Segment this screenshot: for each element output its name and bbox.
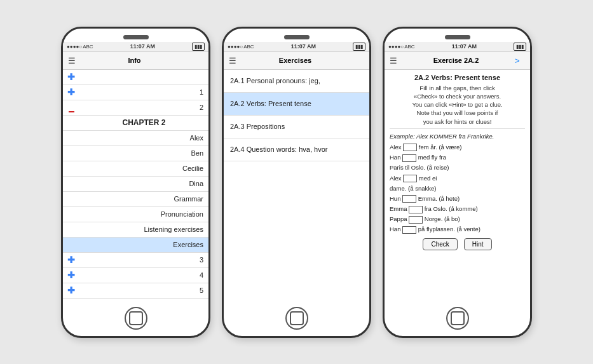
phone-3-signal: ●●●●○ ABC [388,44,415,50]
exercise-title: 2A.2 Verbs: Present tense [390,74,525,81]
phone-1-signal: ●●●●○ ABC [67,44,93,50]
exercise-row-5: dame. (å snakke) [390,184,525,193]
phone-2-screen: ●●●●○ ABC 11:07 AM ▮▮▮ ☰ Exercises 2A.1 … [224,42,369,302]
phone-2-home-button[interactable] [285,307,308,330]
toc-row-2[interactable]: ⎯ 2 [63,100,208,116]
fill-box-2[interactable] [402,154,416,162]
phone-2-time: 11:07 AM [291,43,316,50]
phone-1-toc-list: ✚ ✚ 1 ⎯ 2 CHAPTER 2 [63,70,208,302]
phone-2-hamburger-icon[interactable]: ☰ [229,56,236,65]
toc-add-icon-3[interactable]: ✚ [63,255,79,265]
exercise-buttons: Check Hint [390,238,525,250]
toc-row-listening[interactable]: Listening exercises [63,222,208,238]
toc-row-3[interactable]: ✚ 3 [63,253,208,268]
phone-1-battery: ▮▮▮ [192,43,205,51]
exercise-item-2a4[interactable]: 2A.4 Question words: hva, hvor [224,138,369,161]
phone-1-speaker [123,35,149,39]
exercise-instructions: Fill in all the gaps, then click «Check»… [390,84,525,129]
fill-box-4[interactable] [402,195,416,203]
toc-minus-icon-2[interactable]: ⎯ [63,102,79,112]
phone-3: ●●●●○ ABC 11:07 AM ▮▮▮ ☰ Exercise 2A.2 >… [383,27,532,338]
phone-1-home-button[interactable] [125,307,147,330]
toc-row-4[interactable]: ✚ 4 [63,268,208,283]
phone-2-status-bar: ●●●●○ ABC 11:07 AM ▮▮▮ [224,42,369,52]
phone-1-nav-bar: ☰ Info [63,52,208,70]
phone-1: ●●●●○ ABC 11:07 AM ▮▮▮ ☰ Info ✚ [61,27,210,338]
exercise-row-1: Alex fem år. (å være) [390,142,525,152]
exercise-item-2a2[interactable]: 2A.2 Verbs: Present tense [224,93,369,116]
toc-row-1[interactable]: ✚ 1 [63,85,208,100]
phone-3-exercise-detail: 2A.2 Verbs: Present tense Fill in all th… [385,70,530,302]
phone-3-nav-bar: ☰ Exercise 2A.2 > [385,52,530,70]
fill-box-1[interactable] [403,144,417,151]
phone-1-status-bar: ●●●●○ ABC 11:07 AM ▮▮▮ [63,42,208,52]
toc-chapter-2-header: CHAPTER 2 [63,116,208,131]
toc-row-alex[interactable]: Alex [63,131,208,146]
phone-2-nav-bar: ☰ Exercises [224,52,369,70]
phone-1-screen: ●●●●○ ABC 11:07 AM ▮▮▮ ☰ Info ✚ [63,42,208,302]
exercise-item-2a1[interactable]: 2A.1 Personal pronouns: jeg, [224,70,369,93]
toc-add-icon-1[interactable]: ✚ [63,87,79,97]
phone-3-speaker [445,35,470,39]
toc-row-exercises[interactable]: Exercises [63,238,208,253]
toc-row-pronunciation[interactable]: Pronunciation [63,207,208,222]
exercise-row-8: Pappa Norge. (å bo) [390,214,525,224]
exercise-item-2a3[interactable]: 2A.3 Prepositions [224,116,369,138]
phone-3-battery: ▮▮▮ [514,43,526,51]
phone-2-exercise-list: 2A.1 Personal pronouns: jeg, 2A.2 Verbs:… [224,70,369,302]
exercise-row-9: Han på flyplassen. (å vente) [390,224,525,234]
toc-row-cecilie[interactable]: Cecilie [63,161,208,177]
fill-box-3[interactable] [403,175,417,182]
phone-3-chevron-icon[interactable]: > [515,56,525,65]
exercise-row-2: Han med fly fra [390,152,525,162]
exercise-example: Example: Alex KOMMER fra Frankrike. [390,133,525,140]
fill-box-6[interactable] [409,216,423,224]
phone-2-nav-title: Exercises [236,57,354,64]
phone-3-hamburger-icon[interactable]: ☰ [390,56,397,65]
phone-2-speaker [284,35,310,39]
phone-1-hamburger-icon[interactable]: ☰ [68,56,76,65]
phone-3-nav-title: Exercise 2A.2 [397,57,515,64]
toc-add-icon-5[interactable]: ✚ [63,285,79,295]
hint-button[interactable]: Hint [464,238,492,250]
phones-container: ●●●●○ ABC 11:07 AM ▮▮▮ ☰ Info ✚ [61,27,532,338]
phone-2-signal: ●●●●○ ABC [228,44,254,50]
toc-add-icon-4[interactable]: ✚ [63,270,79,280]
toc-row-ben[interactable]: Ben [63,146,208,161]
phone-3-screen: ●●●●○ ABC 11:07 AM ▮▮▮ ☰ Exercise 2A.2 >… [385,42,530,302]
exercise-row-6: Hun Emma. (å hete) [390,194,525,203]
exercise-row-4: Alex med ei [390,173,525,183]
fill-box-5[interactable] [409,206,423,213]
phone-3-status-bar: ●●●●○ ABC 11:07 AM ▮▮▮ [385,42,530,52]
toc-row-plus-0[interactable]: ✚ [63,70,208,85]
toc-add-icon-0[interactable]: ✚ [63,72,79,82]
toc-row-dina[interactable]: Dina [63,177,208,192]
phone-2-battery: ▮▮▮ [353,43,365,51]
exercise-row-3: Paris til Oslo. (å reise) [390,163,525,172]
toc-row-5[interactable]: ✚ 5 [63,283,208,299]
check-button[interactable]: Check [423,238,457,250]
exercise-row-7: Emma fra Oslo. (å komme) [390,204,525,213]
phone-1-nav-title: Info [76,57,193,64]
phone-1-time: 11:07 AM [130,43,155,50]
phone-3-home-button[interactable] [446,307,469,330]
toc-row-grammar[interactable]: Grammar [63,192,208,207]
phone-3-time: 11:07 AM [452,43,477,50]
phone-2: ●●●●○ ABC 11:07 AM ▮▮▮ ☰ Exercises 2A.1 … [222,27,371,338]
fill-box-7[interactable] [402,226,416,234]
